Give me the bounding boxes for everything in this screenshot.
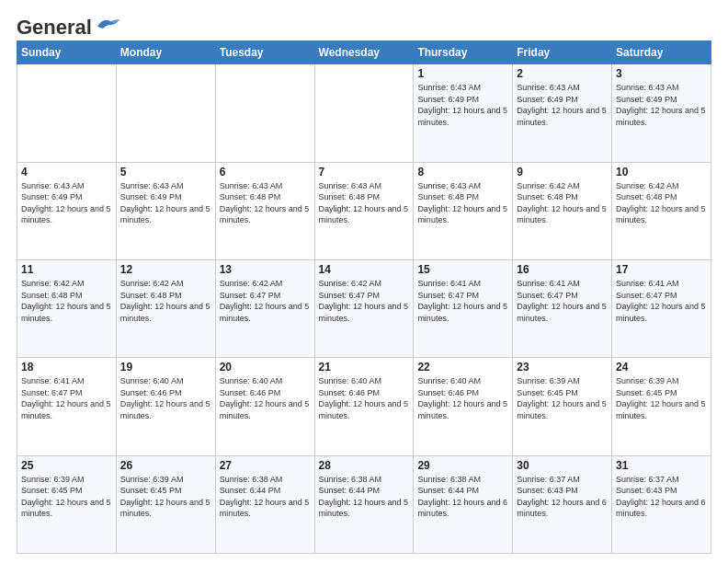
calendar-header: SundayMondayTuesdayWednesdayThursdayFrid… xyxy=(17,41,711,64)
calendar-cell: 7Sunrise: 6:43 AM Sunset: 6:48 PM Daylig… xyxy=(314,162,414,259)
calendar-cell: 22Sunrise: 6:40 AM Sunset: 6:46 PM Dayli… xyxy=(414,358,513,455)
day-info: Sunrise: 6:41 AM Sunset: 6:47 PM Dayligh… xyxy=(517,278,608,324)
day-number: 28 xyxy=(319,459,410,472)
calendar-cell: 5Sunrise: 6:43 AM Sunset: 6:49 PM Daylig… xyxy=(116,162,215,259)
day-number: 14 xyxy=(319,263,410,276)
day-info: Sunrise: 6:39 AM Sunset: 6:45 PM Dayligh… xyxy=(616,375,707,421)
calendar-table: SundayMondayTuesdayWednesdayThursdayFrid… xyxy=(17,40,711,554)
calendar-cell: 28Sunrise: 6:38 AM Sunset: 6:44 PM Dayli… xyxy=(314,455,414,553)
day-number: 11 xyxy=(21,263,112,276)
day-number: 7 xyxy=(319,166,410,178)
calendar-cell: 14Sunrise: 6:42 AM Sunset: 6:47 PM Dayli… xyxy=(314,259,414,357)
day-info: Sunrise: 6:39 AM Sunset: 6:45 PM Dayligh… xyxy=(21,474,112,520)
calendar-cell: 20Sunrise: 6:40 AM Sunset: 6:46 PM Dayli… xyxy=(215,358,314,455)
day-info: Sunrise: 6:43 AM Sunset: 6:48 PM Dayligh… xyxy=(220,180,311,226)
calendar-week-2: 4Sunrise: 6:43 AM Sunset: 6:49 PM Daylig… xyxy=(17,162,711,259)
calendar-cell: 12Sunrise: 6:42 AM Sunset: 6:48 PM Dayli… xyxy=(116,259,215,357)
day-number: 1 xyxy=(417,67,508,80)
day-number: 17 xyxy=(616,263,707,276)
calendar-cell: 25Sunrise: 6:39 AM Sunset: 6:45 PM Dayli… xyxy=(17,455,117,553)
day-info: Sunrise: 6:42 AM Sunset: 6:48 PM Dayligh… xyxy=(616,180,707,226)
calendar-cell: 17Sunrise: 6:41 AM Sunset: 6:47 PM Dayli… xyxy=(612,259,711,357)
logo-text: General xyxy=(17,17,92,39)
day-number: 26 xyxy=(120,459,211,472)
day-number: 3 xyxy=(616,67,707,80)
calendar-cell: 31Sunrise: 6:37 AM Sunset: 6:43 PM Dayli… xyxy=(612,455,711,553)
day-info: Sunrise: 6:42 AM Sunset: 6:48 PM Dayligh… xyxy=(21,278,112,324)
day-number: 6 xyxy=(220,166,311,178)
day-info: Sunrise: 6:40 AM Sunset: 6:46 PM Dayligh… xyxy=(319,375,410,421)
day-info: Sunrise: 6:42 AM Sunset: 6:47 PM Dayligh… xyxy=(319,278,410,324)
day-number: 19 xyxy=(120,361,211,373)
day-number: 9 xyxy=(517,166,608,178)
calendar-cell: 15Sunrise: 6:41 AM Sunset: 6:47 PM Dayli… xyxy=(414,259,513,357)
calendar-cell xyxy=(116,64,215,162)
calendar-cell: 4Sunrise: 6:43 AM Sunset: 6:49 PM Daylig… xyxy=(17,162,117,259)
calendar-cell: 19Sunrise: 6:40 AM Sunset: 6:46 PM Dayli… xyxy=(116,358,215,455)
day-number: 2 xyxy=(517,67,608,80)
calendar-cell: 27Sunrise: 6:38 AM Sunset: 6:44 PM Dayli… xyxy=(215,455,314,553)
day-number: 15 xyxy=(417,263,508,276)
calendar-cell xyxy=(314,64,414,162)
day-number: 23 xyxy=(517,361,608,373)
day-info: Sunrise: 6:38 AM Sunset: 6:44 PM Dayligh… xyxy=(319,474,410,520)
calendar-cell: 29Sunrise: 6:38 AM Sunset: 6:44 PM Dayli… xyxy=(414,455,513,553)
calendar-cell: 18Sunrise: 6:41 AM Sunset: 6:47 PM Dayli… xyxy=(17,358,117,455)
day-info: Sunrise: 6:40 AM Sunset: 6:46 PM Dayligh… xyxy=(417,375,508,421)
calendar-week-3: 11Sunrise: 6:42 AM Sunset: 6:48 PM Dayli… xyxy=(17,259,711,357)
logo-bird-icon xyxy=(94,16,121,36)
calendar-cell: 13Sunrise: 6:42 AM Sunset: 6:47 PM Dayli… xyxy=(215,259,314,357)
day-number: 27 xyxy=(220,459,311,472)
calendar-cell: 21Sunrise: 6:40 AM Sunset: 6:46 PM Dayli… xyxy=(314,358,414,455)
page: General SundayMondayTuesdayWednesdayThur… xyxy=(0,0,728,563)
calendar-week-1: 1Sunrise: 6:43 AM Sunset: 6:49 PM Daylig… xyxy=(17,64,711,162)
day-info: Sunrise: 6:41 AM Sunset: 6:47 PM Dayligh… xyxy=(616,278,707,324)
day-info: Sunrise: 6:43 AM Sunset: 6:49 PM Dayligh… xyxy=(616,82,707,128)
day-header-monday: Monday xyxy=(116,41,215,64)
header-row: SundayMondayTuesdayWednesdayThursdayFrid… xyxy=(17,41,711,64)
day-number: 24 xyxy=(616,361,707,373)
day-header-thursday: Thursday xyxy=(414,41,513,64)
day-header-friday: Friday xyxy=(513,41,612,64)
day-info: Sunrise: 6:40 AM Sunset: 6:46 PM Dayligh… xyxy=(120,375,211,421)
calendar-cell: 26Sunrise: 6:39 AM Sunset: 6:45 PM Dayli… xyxy=(116,455,215,553)
day-header-saturday: Saturday xyxy=(612,41,711,64)
day-info: Sunrise: 6:37 AM Sunset: 6:43 PM Dayligh… xyxy=(517,474,608,520)
calendar-cell: 6Sunrise: 6:43 AM Sunset: 6:48 PM Daylig… xyxy=(215,162,314,259)
day-number: 12 xyxy=(120,263,211,276)
calendar-week-4: 18Sunrise: 6:41 AM Sunset: 6:47 PM Dayli… xyxy=(17,358,711,455)
day-info: Sunrise: 6:39 AM Sunset: 6:45 PM Dayligh… xyxy=(120,474,211,520)
day-info: Sunrise: 6:38 AM Sunset: 6:44 PM Dayligh… xyxy=(220,474,311,520)
calendar-cell: 11Sunrise: 6:42 AM Sunset: 6:48 PM Dayli… xyxy=(17,259,117,357)
day-info: Sunrise: 6:41 AM Sunset: 6:47 PM Dayligh… xyxy=(417,278,508,324)
day-number: 16 xyxy=(517,263,608,276)
calendar-cell: 10Sunrise: 6:42 AM Sunset: 6:48 PM Dayli… xyxy=(612,162,711,259)
day-number: 29 xyxy=(417,459,508,472)
day-number: 8 xyxy=(417,166,508,178)
day-info: Sunrise: 6:43 AM Sunset: 6:49 PM Dayligh… xyxy=(517,82,608,128)
day-info: Sunrise: 6:39 AM Sunset: 6:45 PM Dayligh… xyxy=(517,375,608,421)
day-info: Sunrise: 6:43 AM Sunset: 6:49 PM Dayligh… xyxy=(120,180,211,226)
calendar: SundayMondayTuesdayWednesdayThursdayFrid… xyxy=(17,40,711,554)
day-info: Sunrise: 6:43 AM Sunset: 6:49 PM Dayligh… xyxy=(21,180,112,226)
day-number: 13 xyxy=(220,263,311,276)
day-header-wednesday: Wednesday xyxy=(314,41,414,64)
day-number: 25 xyxy=(21,459,112,472)
day-number: 5 xyxy=(120,166,211,178)
day-header-tuesday: Tuesday xyxy=(215,41,314,64)
day-info: Sunrise: 6:42 AM Sunset: 6:48 PM Dayligh… xyxy=(517,180,608,226)
day-info: Sunrise: 6:42 AM Sunset: 6:48 PM Dayligh… xyxy=(120,278,211,324)
day-number: 30 xyxy=(517,459,608,472)
calendar-cell: 2Sunrise: 6:43 AM Sunset: 6:49 PM Daylig… xyxy=(513,64,612,162)
calendar-cell: 23Sunrise: 6:39 AM Sunset: 6:45 PM Dayli… xyxy=(513,358,612,455)
day-number: 20 xyxy=(220,361,311,373)
calendar-cell: 24Sunrise: 6:39 AM Sunset: 6:45 PM Dayli… xyxy=(612,358,711,455)
calendar-cell xyxy=(17,64,117,162)
calendar-cell xyxy=(215,64,314,162)
header: General xyxy=(17,17,711,33)
day-info: Sunrise: 6:43 AM Sunset: 6:48 PM Dayligh… xyxy=(319,180,410,226)
calendar-week-5: 25Sunrise: 6:39 AM Sunset: 6:45 PM Dayli… xyxy=(17,455,711,553)
day-number: 18 xyxy=(21,361,112,373)
day-info: Sunrise: 6:37 AM Sunset: 6:43 PM Dayligh… xyxy=(616,474,707,520)
day-info: Sunrise: 6:40 AM Sunset: 6:46 PM Dayligh… xyxy=(220,375,311,421)
